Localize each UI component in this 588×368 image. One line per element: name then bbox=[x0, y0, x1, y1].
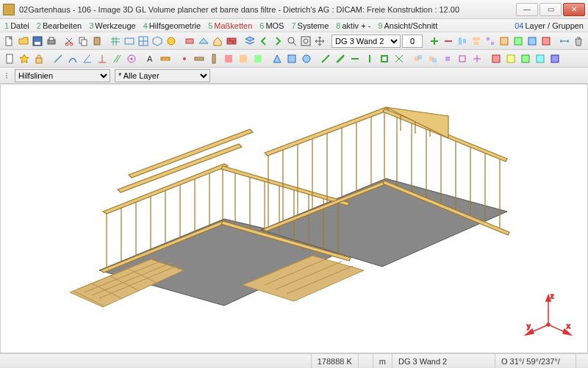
tool-open-icon[interactable] bbox=[17, 35, 29, 48]
tool-zoom-icon[interactable] bbox=[285, 35, 298, 48]
tool-copy-icon[interactable] bbox=[77, 35, 90, 48]
tool2-point-icon[interactable] bbox=[178, 52, 191, 65]
tool2-fill3-icon[interactable] bbox=[251, 52, 265, 65]
tool2-fill1-icon[interactable] bbox=[222, 52, 235, 65]
viewport-3d[interactable]: z x y bbox=[0, 84, 588, 353]
tool2-beam2-icon[interactable] bbox=[207, 52, 220, 65]
menu-massketten[interactable]: 5Maßketten bbox=[208, 21, 252, 30]
tool2-mark6-icon[interactable] bbox=[392, 52, 406, 65]
tool-box4-icon[interactable] bbox=[540, 35, 553, 48]
tool-roof-icon[interactable] bbox=[197, 35, 209, 48]
svg-rect-54 bbox=[551, 55, 559, 62]
tool2-mark2-icon[interactable] bbox=[334, 52, 347, 65]
tool2-end3-icon[interactable] bbox=[519, 52, 532, 65]
tool2-mark5-icon[interactable] bbox=[378, 52, 391, 65]
tool2-end4-icon[interactable] bbox=[534, 52, 547, 65]
tool-trash-icon[interactable] bbox=[573, 35, 585, 48]
tool-view3-icon[interactable] bbox=[151, 35, 164, 48]
menu-bearbeiten[interactable]: 2Bearbeiten bbox=[37, 21, 82, 30]
tool-home-icon[interactable] bbox=[211, 35, 223, 48]
tool-align1-icon[interactable] bbox=[456, 35, 469, 48]
tool-paste-icon[interactable] bbox=[91, 35, 104, 48]
menu-werkzeuge[interactable]: 3Werkzeuge bbox=[89, 21, 136, 30]
close-button[interactable]: ✕ bbox=[563, 3, 585, 16]
tool2-angle-icon[interactable] bbox=[81, 52, 94, 65]
menu-systeme[interactable]: 7Systeme bbox=[291, 21, 329, 30]
object-number-input[interactable] bbox=[402, 35, 423, 48]
menu-datei[interactable]: 1Datei bbox=[4, 21, 29, 30]
menu-aktiv[interactable]: 8aktiv + - bbox=[336, 21, 370, 30]
tool2-doc-icon[interactable] bbox=[3, 52, 16, 65]
svg-rect-26 bbox=[514, 37, 522, 45]
tool-zoomfit-icon[interactable] bbox=[299, 35, 312, 48]
tool-grid-icon[interactable] bbox=[110, 35, 122, 48]
tool2-line-icon[interactable] bbox=[51, 52, 65, 65]
tool2-end2-icon[interactable] bbox=[504, 52, 517, 65]
tool-view2-icon[interactable] bbox=[137, 35, 150, 48]
tool-cut-icon[interactable] bbox=[63, 35, 76, 48]
tool2-end5-icon[interactable] bbox=[548, 52, 562, 65]
tool2-lock-icon[interactable] bbox=[32, 52, 46, 65]
tool-print-icon[interactable] bbox=[45, 35, 57, 48]
tool2-beam1-icon[interactable] bbox=[193, 52, 206, 65]
tool2-curve-icon[interactable] bbox=[66, 52, 79, 65]
tool-plus-icon[interactable] bbox=[429, 35, 441, 48]
menu-ansicht[interactable]: 9Ansicht/Schnitt bbox=[378, 21, 437, 30]
tool-align2-icon[interactable] bbox=[470, 35, 483, 48]
menu-layer[interactable]: 04Layer / Gruppen bbox=[514, 21, 584, 30]
svg-rect-29 bbox=[7, 54, 12, 63]
tool2-op5-icon[interactable] bbox=[470, 52, 484, 65]
tool2-snap-icon[interactable] bbox=[125, 52, 138, 65]
tool-box2-icon[interactable] bbox=[512, 35, 525, 48]
tool-save-icon[interactable] bbox=[31, 35, 43, 48]
svg-rect-27 bbox=[528, 37, 536, 45]
menu-hilfsgeometrie[interactable]: 4Hilfsgeometrie bbox=[143, 21, 201, 30]
tool2-op2-icon[interactable] bbox=[426, 52, 440, 65]
minimize-button[interactable]: — bbox=[516, 3, 538, 16]
menu-mos[interactable]: 6MOS bbox=[259, 21, 284, 30]
tool-layer-icon[interactable] bbox=[243, 35, 256, 48]
grip-icon[interactable] bbox=[6, 73, 10, 79]
svg-point-128 bbox=[547, 323, 550, 326]
tool2-perp-icon[interactable] bbox=[96, 52, 109, 65]
tool2-measure-icon[interactable] bbox=[159, 52, 172, 65]
tool2-mark1-icon[interactable] bbox=[319, 52, 332, 65]
object-select[interactable]: DG 3 Wand 2 bbox=[331, 35, 401, 48]
tool2-end1-icon[interactable] bbox=[490, 52, 503, 65]
tool2-op4-icon[interactable] bbox=[456, 52, 469, 65]
tool-align3-icon[interactable] bbox=[484, 35, 497, 48]
tool-wall-icon[interactable] bbox=[183, 35, 196, 48]
tool2-fill2-icon[interactable] bbox=[237, 52, 250, 65]
tool-brick-icon[interactable] bbox=[225, 35, 237, 48]
tool2-mark4-icon[interactable] bbox=[363, 52, 376, 65]
svg-rect-45 bbox=[417, 55, 422, 59]
tool-box3-icon[interactable] bbox=[526, 35, 539, 48]
tool2-shape1-icon[interactable] bbox=[270, 52, 284, 65]
tool2-star-icon[interactable] bbox=[18, 52, 31, 65]
maximize-button[interactable]: ▭ bbox=[539, 3, 562, 16]
tool-minus-icon[interactable] bbox=[442, 35, 455, 48]
tool-nav-right-icon[interactable] bbox=[271, 35, 284, 48]
tool-box1-icon[interactable] bbox=[498, 35, 511, 48]
tool-render-icon[interactable] bbox=[165, 35, 178, 48]
tool-nav-left-icon[interactable] bbox=[257, 35, 270, 48]
tool-view1-icon[interactable] bbox=[123, 35, 136, 48]
tool2-para-icon[interactable] bbox=[110, 52, 123, 65]
svg-point-18 bbox=[304, 39, 308, 43]
tool-new-icon[interactable] bbox=[3, 35, 15, 48]
tool2-text-icon[interactable]: A bbox=[144, 52, 157, 65]
tool2-op1-icon[interactable] bbox=[412, 52, 425, 65]
svg-rect-14 bbox=[186, 39, 193, 43]
tool-dim-icon[interactable] bbox=[559, 35, 571, 48]
tool2-shape3-icon[interactable] bbox=[300, 52, 313, 65]
tool2-shape2-icon[interactable] bbox=[285, 52, 298, 65]
tool-pan-icon[interactable] bbox=[313, 35, 326, 48]
svg-rect-30 bbox=[36, 58, 42, 63]
svg-rect-22 bbox=[474, 42, 478, 45]
helper-lines-select[interactable]: Hilfslinien bbox=[15, 69, 110, 82]
tool2-op3-icon[interactable] bbox=[441, 52, 454, 65]
svg-rect-28 bbox=[542, 37, 550, 45]
layer-filter-select[interactable]: * Alle Layer bbox=[115, 69, 210, 82]
tool2-mark3-icon[interactable] bbox=[348, 52, 362, 65]
menubar: 1Datei 2Bearbeiten 3Werkzeuge 4Hilfsgeom… bbox=[0, 19, 588, 32]
